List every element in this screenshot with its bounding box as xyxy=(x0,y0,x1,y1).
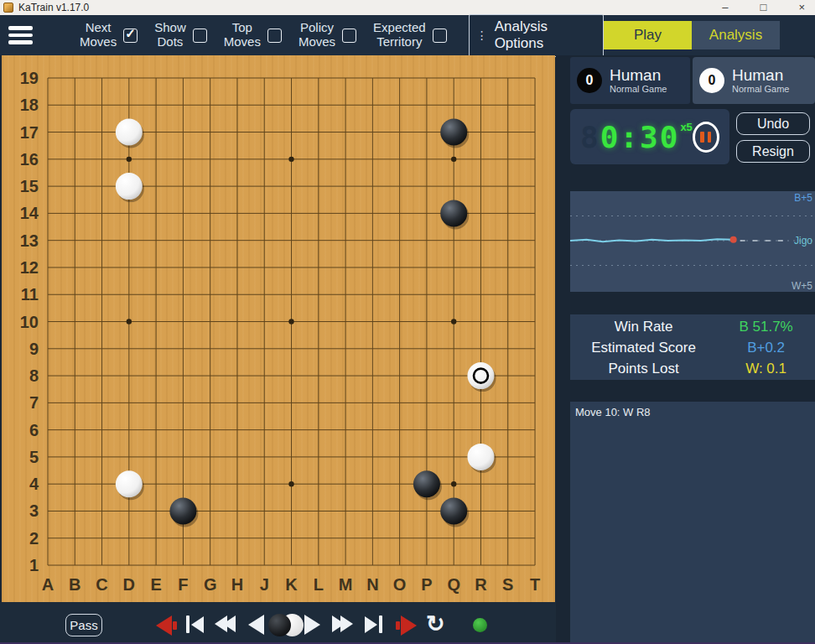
svg-text:Q: Q xyxy=(447,575,460,594)
toolbar-toggle-show-dots[interactable]: ShowDots xyxy=(154,21,207,49)
engine-status-indicator xyxy=(473,618,487,632)
stone-white-d17 xyxy=(116,119,144,148)
fast-forward-button[interactable] xyxy=(332,615,353,632)
timer-periods: x5 xyxy=(680,121,692,133)
svg-text:S: S xyxy=(502,575,513,594)
bar-icon xyxy=(186,615,189,633)
white-captures-badge: 0 xyxy=(699,68,724,93)
stat-row-estimated-score: Estimated ScoreB+0.2 xyxy=(570,337,815,358)
close-button[interactable]: × xyxy=(798,0,805,15)
svg-text:11: 11 xyxy=(21,285,39,304)
black-player-type: Normal Game xyxy=(610,84,667,94)
svg-text:7: 7 xyxy=(29,393,39,412)
next-move-button[interactable] xyxy=(304,615,320,635)
move-info-text: Move 10: W R8 xyxy=(570,402,815,423)
maximize-button[interactable]: □ xyxy=(760,0,767,15)
toolbar-toggle-policy-moves[interactable]: PolicyMoves xyxy=(298,21,356,49)
svg-text:B+5: B+5 xyxy=(794,192,812,204)
vertical-dots-icon: ⋮ xyxy=(476,29,488,42)
red-back-arrow-icon xyxy=(156,615,172,636)
svg-text:6: 6 xyxy=(29,421,39,439)
stone-black-q14 xyxy=(440,200,469,229)
goban[interactable]: 19181716151413121110987654321ABCDEFGHJKL… xyxy=(2,55,555,602)
svg-text:P: P xyxy=(421,575,432,594)
player-black[interactable]: 0 Human Normal Game xyxy=(570,57,690,104)
player-white[interactable]: 0 Human Normal Game xyxy=(693,57,815,104)
toolbar: NextMovesShowDotsTopMovesPolicyMovesExpe… xyxy=(0,15,815,55)
prev-move-button[interactable] xyxy=(248,615,264,635)
checkbox[interactable] xyxy=(193,29,207,43)
forward-arrow-icon xyxy=(304,615,320,635)
back-arrow-icon xyxy=(191,616,204,633)
svg-text:T: T xyxy=(530,575,540,594)
stat-label: Win Rate xyxy=(570,319,717,335)
mode-tab-analysis[interactable]: Analysis xyxy=(692,21,780,49)
pause-button[interactable] xyxy=(693,122,719,153)
stat-row-win-rate: Win RateB 51.7% xyxy=(570,316,815,337)
svg-text:4: 4 xyxy=(29,475,39,493)
analysis-options-button[interactable]: ⋮ Analysis Options xyxy=(469,14,604,57)
svg-text:O: O xyxy=(393,575,407,594)
pause-icon xyxy=(700,132,704,143)
current-player-indicator xyxy=(268,614,304,636)
resign-button[interactable]: Resign xyxy=(736,140,810,163)
checkbox[interactable] xyxy=(433,29,447,43)
hamburger-menu-icon[interactable] xyxy=(8,26,33,44)
mode-tab-play[interactable]: Play xyxy=(604,21,692,49)
last-move-button[interactable] xyxy=(365,615,382,633)
red-bar-icon xyxy=(396,621,400,630)
stat-value: B+0.2 xyxy=(717,340,815,356)
checkbox[interactable] xyxy=(342,29,356,43)
toolbar-toggle-expected-territory[interactable]: ExpectedTerritory xyxy=(373,21,447,49)
forward-arrow-icon xyxy=(365,616,377,633)
svg-text:J: J xyxy=(260,575,269,594)
svg-text:F: F xyxy=(178,575,188,594)
svg-text:3: 3 xyxy=(29,501,39,520)
back-arrow-icon xyxy=(248,615,264,635)
svg-text:13: 13 xyxy=(20,231,39,250)
next-mistake-button[interactable] xyxy=(396,615,417,636)
black-player-name: Human xyxy=(610,67,667,84)
stat-label: Estimated Score xyxy=(570,340,717,356)
toggle-label: ExpectedTerritory xyxy=(373,21,426,49)
stone-white-r5 xyxy=(467,444,496,473)
pass-button[interactable]: Pass xyxy=(65,614,102,636)
first-move-button[interactable] xyxy=(186,615,204,633)
stat-value: B 51.7% xyxy=(717,319,815,335)
svg-text:D: D xyxy=(123,575,135,594)
svg-text:2: 2 xyxy=(29,529,39,548)
mode-tabs: PlayAnalysis xyxy=(604,21,780,49)
svg-text:17: 17 xyxy=(20,123,39,142)
red-bar-icon xyxy=(173,621,177,630)
svg-text:9: 9 xyxy=(29,340,39,358)
timer-panel: 80:30x5 xyxy=(570,109,729,164)
svg-text:10: 10 xyxy=(20,313,39,331)
stone-white-d15 xyxy=(116,173,144,202)
checkbox[interactable] xyxy=(267,29,282,43)
toolbar-toggle-next-moves[interactable]: NextMoves xyxy=(80,21,138,49)
prev-mistake-button[interactable] xyxy=(156,615,177,636)
svg-text:8: 8 xyxy=(29,366,39,385)
svg-text:5: 5 xyxy=(29,448,39,466)
svg-text:Jigo: Jigo xyxy=(794,235,812,247)
rotate-icon: ↻ xyxy=(426,613,445,636)
stone-black-q17 xyxy=(440,119,469,148)
stone-black-p4 xyxy=(413,470,442,500)
stone-black-q3 xyxy=(440,497,469,527)
svg-text:15: 15 xyxy=(20,177,39,195)
undo-button[interactable]: Undo xyxy=(736,112,810,135)
analysis-options-label: Analysis Options xyxy=(495,18,593,52)
stats-panel: Win RateB 51.7%Estimated ScoreB+0.2Point… xyxy=(570,314,815,380)
fast-back-button[interactable] xyxy=(215,615,236,632)
red-forward-arrow-icon xyxy=(401,615,417,636)
svg-text:12: 12 xyxy=(20,258,39,277)
score-graph[interactable]: B+5JigoW+5 xyxy=(570,191,815,292)
svg-text:B: B xyxy=(69,575,80,594)
checkbox-checked[interactable] xyxy=(123,29,138,43)
toolbar-toggle-top-moves[interactable]: TopMoves xyxy=(224,21,282,49)
white-player-type: Normal Game xyxy=(732,84,789,94)
rotate-button[interactable]: ↻ xyxy=(426,613,445,636)
minimize-button[interactable]: – xyxy=(722,0,728,15)
stat-label: Points Lost xyxy=(570,361,717,377)
last-move-stone-white-r8 xyxy=(467,362,496,392)
